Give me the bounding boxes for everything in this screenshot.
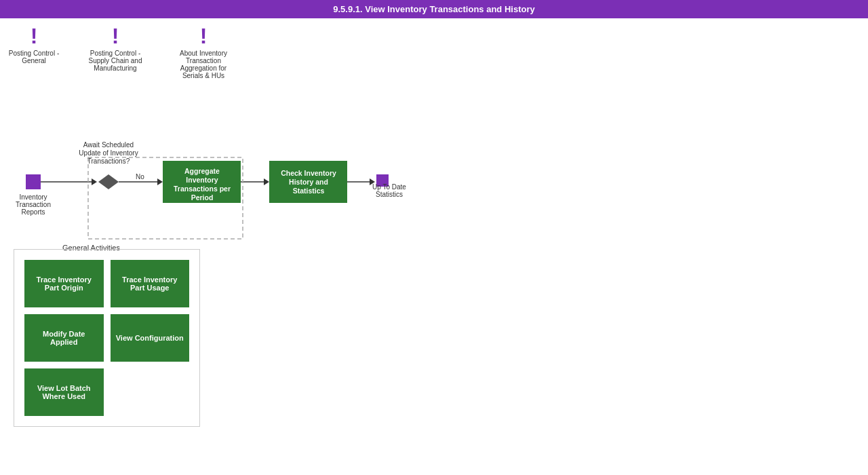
exclamation-icon-3: ! bbox=[200, 25, 208, 47]
view-lot-button[interactable]: View Lot Batch Where Used bbox=[24, 368, 104, 416]
svg-text:Statistics: Statistics bbox=[293, 187, 325, 195]
svg-text:Reports: Reports bbox=[21, 208, 45, 216]
activity-grid: Trace Inventory Part Origin Trace Invent… bbox=[24, 260, 189, 362]
general-activities-section: Trace Inventory Part Origin Trace Invent… bbox=[14, 249, 200, 427]
main-content: ! Posting Control - General ! Posting Co… bbox=[0, 18, 868, 473]
flow-diagram: Inventory Transaction Reports Await Sche… bbox=[0, 124, 475, 259]
app-container: 9.5.9.1. View Inventory Transactions and… bbox=[0, 0, 868, 473]
icon-posting-general[interactable]: ! Posting Control - General bbox=[7, 25, 61, 64]
exclamation-icon-2: ! bbox=[112, 25, 119, 47]
svg-marker-19 bbox=[264, 178, 269, 185]
modify-date-button[interactable]: Modify Date Applied bbox=[24, 314, 104, 362]
svg-marker-6 bbox=[98, 174, 119, 189]
exclamation-icon-1: ! bbox=[31, 25, 38, 47]
icon-posting-supply[interactable]: ! Posting Control - Supply Chain and Man… bbox=[81, 25, 149, 72]
svg-text:Transaction: Transaction bbox=[16, 201, 51, 208]
svg-text:Transactions per: Transactions per bbox=[174, 185, 231, 193]
svg-text:Update of Inventory: Update of Inventory bbox=[79, 149, 138, 157]
svg-text:Up To Date: Up To Date bbox=[372, 183, 406, 191]
svg-text:Check Inventory: Check Inventory bbox=[281, 169, 336, 177]
svg-marker-5 bbox=[92, 178, 97, 185]
svg-text:Statistics: Statistics bbox=[376, 191, 403, 198]
trace-usage-button[interactable]: Trace Inventory Part Usage bbox=[111, 260, 190, 307]
svg-text:No: No bbox=[136, 173, 144, 180]
icon-label-3: About Inventory Transaction Aggregation … bbox=[170, 50, 237, 79]
icon-label-1: Posting Control - General bbox=[7, 50, 61, 64]
svg-text:History and: History and bbox=[289, 178, 328, 186]
trace-origin-button[interactable]: Trace Inventory Part Origin bbox=[24, 260, 104, 307]
svg-text:Period: Period bbox=[191, 193, 214, 202]
icon-about-inventory[interactable]: ! About Inventory Transaction Aggregatio… bbox=[170, 25, 237, 79]
icon-label-2: Posting Control - Supply Chain and Manuf… bbox=[81, 50, 149, 72]
top-icons-row: ! Posting Control - General ! Posting Co… bbox=[0, 18, 868, 79]
svg-text:Inventory: Inventory bbox=[19, 193, 47, 201]
svg-marker-12 bbox=[157, 178, 163, 185]
svg-text:Await Scheduled: Await Scheduled bbox=[83, 141, 134, 149]
svg-text:Transactions?: Transactions? bbox=[87, 157, 130, 165]
svg-text:Aggregate: Aggregate bbox=[184, 167, 220, 175]
view-config-button[interactable]: View Configuration bbox=[111, 314, 190, 362]
page-title: 9.5.9.1. View Inventory Transactions and… bbox=[333, 4, 534, 14]
svg-rect-0 bbox=[26, 174, 41, 189]
svg-text:Inventory: Inventory bbox=[186, 176, 218, 184]
page-header: 9.5.9.1. View Inventory Transactions and… bbox=[0, 0, 868, 18]
bottom-activity-row: View Lot Batch Where Used bbox=[24, 368, 189, 416]
